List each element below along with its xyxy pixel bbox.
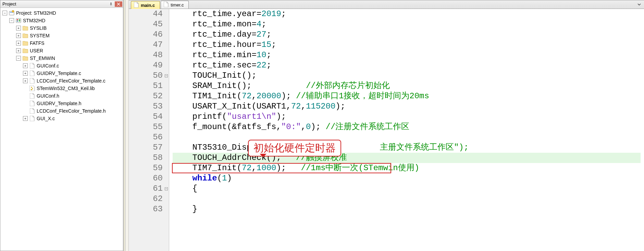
line-number: 54	[129, 112, 163, 122]
editor-tab[interactable]: timer.c	[161, 1, 189, 9]
expand-toggle-empty	[23, 86, 28, 91]
tree-file[interactable]: +GUIConf.c	[0, 62, 123, 70]
expand-toggle[interactable]: −	[9, 18, 14, 23]
expand-toggle[interactable]: +	[23, 71, 28, 76]
file-icon	[134, 2, 139, 9]
editor-tabbar: main.ctimer.c	[129, 0, 644, 9]
code-line[interactable]: USART_X_Init(USART1,72,115200);	[173, 101, 641, 112]
expand-toggle[interactable]: +	[23, 78, 28, 83]
expand-toggle[interactable]: +	[16, 33, 21, 38]
line-number: 56	[129, 132, 163, 142]
tree-label: GUIDRV_Template.h	[37, 101, 81, 106]
tree-label: LCDConf_FlexColor_Template.c	[37, 78, 106, 84]
tree-file[interactable]: LCDConf_FlexColor_Template.h	[0, 107, 123, 115]
expand-toggle[interactable]: +	[23, 63, 28, 68]
code-line[interactable]: TIM1_Init(72,20000); //辅助串口1接收，超时时间为20ms	[173, 91, 641, 101]
code-line[interactable]: NT35310_Displa 主册文件系统工作区");	[173, 142, 641, 153]
tree-file[interactable]: +LCDConf_FlexColor_Template.c	[0, 77, 123, 85]
code-line[interactable]: SRAM_Init(); //外部内存芯片初始化	[173, 81, 641, 91]
line-number: 55	[129, 122, 163, 132]
tree-folder[interactable]: +SYSTEM	[0, 32, 123, 39]
code-line[interactable]: rtc_time.year=2019;	[173, 9, 641, 19]
line-number: 50	[129, 71, 163, 81]
tree-label: GUI_X.c	[37, 116, 55, 121]
line-number-gutter: 4445464748495051525354555657585960616263	[129, 9, 169, 251]
code-line[interactable]	[173, 194, 641, 204]
file-icon	[29, 78, 35, 84]
svg-rect-6	[19, 19, 20, 22]
svg-point-2	[12, 10, 14, 12]
file-icon	[29, 63, 35, 68]
code-line[interactable]: rtc_time.sec=22;	[173, 60, 641, 71]
file-icon	[29, 116, 35, 121]
code-line[interactable]: {	[173, 184, 641, 194]
tree-label: GUIDRV_Template.c	[37, 71, 81, 76]
tree-target[interactable]: − STM32HD	[0, 17, 123, 24]
svg-rect-5	[17, 21, 18, 22]
line-number: 48	[129, 50, 163, 60]
expand-toggle[interactable]: +	[16, 26, 21, 30]
code-line[interactable]: while(1)	[173, 173, 641, 184]
code-line[interactable]	[173, 132, 641, 142]
project-tree[interactable]: − Project: STM32HD − STM32HD +SYSLIB+SYS…	[0, 8, 123, 251]
line-number: 44	[129, 9, 163, 19]
tree-folder[interactable]: +USER	[0, 47, 123, 54]
tree-folder[interactable]: −ST_EMWIN	[0, 54, 123, 62]
editor-left-margin	[125, 0, 129, 251]
file-icon	[164, 2, 169, 8]
expand-toggle-empty	[23, 101, 28, 106]
fold-toggle-icon[interactable]	[164, 184, 168, 194]
annotation-callout: 初始化硬件定时器	[248, 140, 341, 156]
svg-point-7	[31, 87, 32, 88]
close-icon[interactable]	[115, 1, 122, 7]
expand-toggle[interactable]: −	[2, 11, 7, 15]
expand-toggle[interactable]: +	[16, 41, 21, 46]
tree-file[interactable]: GUIDRV_Template.h	[0, 100, 123, 107]
code-editor[interactable]: 4445464748495051525354555657585960616263…	[129, 9, 644, 251]
line-number: 59	[129, 163, 163, 173]
code-line[interactable]: TOUCH_Init();	[173, 71, 641, 81]
line-number: 62	[129, 194, 163, 204]
line-number: 52	[129, 91, 163, 101]
line-number: 61	[129, 184, 163, 194]
expand-toggle[interactable]: +	[16, 48, 21, 53]
code-line[interactable]: TOUCH_AddrCheck(); //触摸屏校准	[173, 153, 641, 163]
pin-icon[interactable]	[108, 1, 114, 7]
line-number: 58	[129, 153, 163, 163]
project-panel-header: Project	[0, 0, 123, 8]
svg-rect-4	[17, 19, 18, 20]
folder-icon	[22, 55, 28, 61]
code-content[interactable]: 初始化硬件定时器 rtc_time.year=2019; rtc_time.mo…	[169, 9, 644, 251]
code-line[interactable]: rtc_time.mon=4;	[173, 19, 641, 29]
line-number: 46	[129, 29, 163, 40]
lib-file-icon	[29, 86, 35, 91]
code-line[interactable]: rtc_time.hour=15;	[173, 40, 641, 50]
code-line[interactable]: }	[173, 204, 641, 214]
tree-folder[interactable]: +SYSLIB	[0, 24, 123, 32]
code-line[interactable]: rtc_time.day=27;	[173, 29, 641, 40]
tree-file[interactable]: STemWin532_CM3_Keil.lib	[0, 85, 123, 92]
tree-label: FATFS	[30, 40, 45, 46]
tree-folder[interactable]: +FATFS	[0, 39, 123, 47]
code-line[interactable]: printf("usart1\n");	[173, 112, 641, 122]
editor-tab[interactable]: main.c	[131, 1, 160, 9]
folder-icon	[22, 40, 28, 46]
tree-file[interactable]: GUIConf.h	[0, 92, 123, 100]
annotation-text: 初始化硬件定时器	[253, 142, 336, 153]
line-number: 47	[129, 40, 163, 50]
file-icon	[29, 71, 35, 76]
tree-file[interactable]: +GUI_X.c	[0, 115, 123, 122]
code-line[interactable]: rtc_time.min=10;	[173, 50, 641, 60]
tree-label: USER	[30, 48, 43, 53]
code-line[interactable]: f_mount(&fatfs_fs,"0:",0); //注册文件系统工作区	[173, 122, 641, 132]
tree-file[interactable]: +GUIDRV_Template.c	[0, 70, 123, 77]
chevron-down-icon[interactable]	[636, 2, 642, 7]
tree-label: GUIConf.c	[37, 63, 59, 68]
tree-root[interactable]: − Project: STM32HD	[0, 9, 123, 17]
fold-toggle-icon[interactable]	[164, 71, 168, 81]
tab-label: timer.c	[171, 2, 184, 8]
line-number: 51	[129, 81, 163, 91]
expand-toggle[interactable]: −	[16, 56, 21, 61]
expand-toggle[interactable]: +	[23, 116, 28, 121]
line-number: 53	[129, 101, 163, 112]
